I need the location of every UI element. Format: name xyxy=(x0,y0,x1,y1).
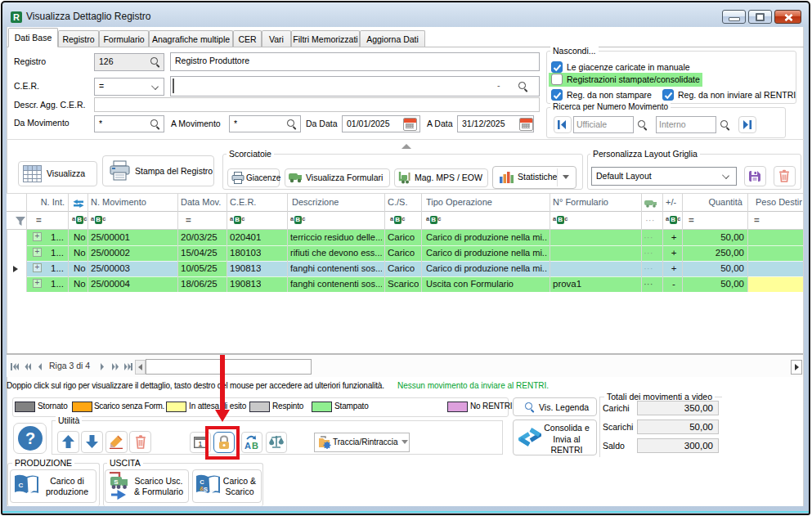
svg-text:S: S xyxy=(204,486,208,493)
svg-text:S: S xyxy=(114,478,119,486)
svg-text:B: B xyxy=(252,441,258,450)
svg-text:C: C xyxy=(19,482,24,489)
svg-text:A: A xyxy=(244,441,251,450)
svg-text:1: 1 xyxy=(198,439,202,448)
